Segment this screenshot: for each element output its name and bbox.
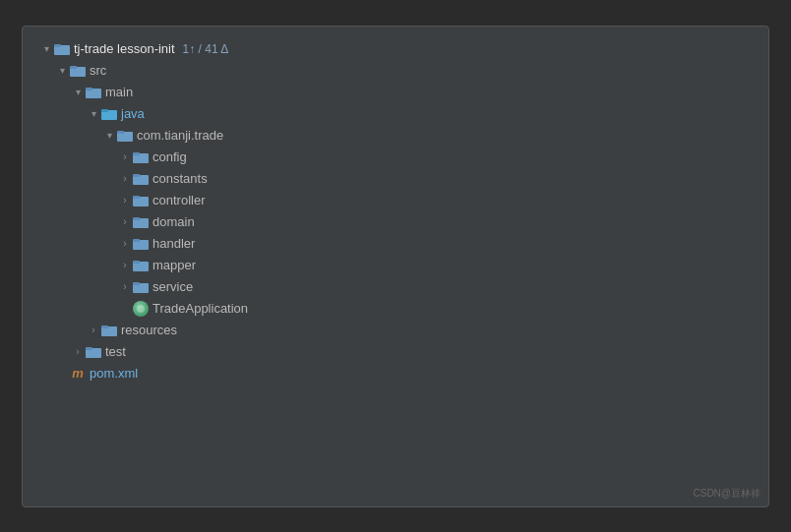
svg-rect-17 — [133, 217, 140, 220]
config-folder-icon — [133, 150, 149, 164]
root-label: tj-trade lesson-init — [74, 41, 175, 56]
root-folder-icon — [54, 42, 70, 56]
svg-rect-27 — [86, 347, 92, 350]
handler-chevron[interactable] — [117, 238, 133, 249]
handler-label: handler — [152, 236, 195, 251]
pom-icon: m — [70, 366, 86, 382]
test-folder-icon — [86, 345, 101, 359]
root-chevron[interactable] — [38, 43, 54, 54]
resources-chevron[interactable] — [86, 325, 101, 335]
resources-folder-icon — [101, 324, 117, 337]
tree-item-service[interactable]: service — [23, 276, 768, 298]
svg-rect-21 — [133, 261, 140, 264]
watermark: CSDN@豆林祥 — [694, 487, 761, 501]
tree-item-java[interactable]: java — [23, 103, 768, 125]
constants-label: constants — [152, 171, 208, 186]
mapper-label: mapper — [152, 258, 196, 272]
java-label: java — [121, 106, 145, 121]
tree-root[interactable]: tj-trade lesson-init 1↑ / 41 Δ — [23, 38, 768, 60]
tree-item-trade-application[interactable]: TradeApplication — [23, 298, 768, 320]
domain-label: domain — [152, 214, 195, 229]
svg-rect-5 — [86, 88, 92, 90]
tree-item-constants[interactable]: constants — [23, 168, 768, 190]
tree-item-test[interactable]: test — [23, 341, 768, 363]
config-chevron[interactable] — [117, 151, 133, 162]
domain-folder-icon — [133, 215, 149, 229]
tree-item-com-tianji-trade[interactable]: com.tianji.trade — [23, 125, 768, 147]
trade-app-icon — [133, 301, 149, 317]
test-chevron[interactable] — [70, 346, 86, 357]
service-label: service — [152, 279, 193, 294]
pom-label: pom.xml — [90, 366, 138, 381]
tree-item-mapper[interactable]: mapper — [23, 255, 768, 276]
tree-item-resources[interactable]: resources — [23, 320, 768, 341]
src-label: src — [90, 63, 106, 78]
com-tianji-folder-icon — [117, 129, 133, 143]
controller-folder-icon — [133, 194, 149, 207]
main-label: main — [105, 85, 133, 99]
svg-rect-15 — [133, 196, 140, 199]
root-badge: 1↑ / 41 Δ — [183, 42, 229, 56]
svg-rect-25 — [101, 325, 108, 328]
tree-item-src[interactable]: src — [23, 60, 768, 82]
mapper-chevron[interactable] — [117, 260, 133, 270]
tree-item-controller[interactable]: controller — [23, 190, 768, 211]
com-tianji-label: com.tianji.trade — [137, 128, 223, 143]
constants-folder-icon — [133, 172, 149, 186]
config-label: config — [152, 149, 187, 164]
service-folder-icon — [133, 280, 149, 294]
java-chevron[interactable] — [86, 108, 101, 119]
com-tianji-chevron[interactable] — [101, 130, 117, 141]
tree-item-pom-xml[interactable]: m pom.xml — [23, 363, 768, 384]
src-chevron[interactable] — [54, 65, 70, 76]
svg-rect-23 — [133, 282, 140, 285]
trade-app-label: TradeApplication — [152, 301, 248, 316]
svg-rect-9 — [117, 131, 124, 134]
resources-label: resources — [121, 323, 177, 337]
test-label: test — [105, 344, 126, 359]
controller-chevron[interactable] — [117, 195, 133, 206]
src-folder-icon — [70, 64, 86, 78]
main-folder-icon — [86, 86, 101, 99]
tree-item-domain[interactable]: domain — [23, 211, 768, 233]
controller-label: controller — [152, 193, 205, 207]
service-chevron[interactable] — [117, 281, 133, 292]
svg-rect-1 — [54, 44, 61, 47]
svg-rect-7 — [101, 109, 108, 112]
mapper-folder-icon — [133, 259, 149, 272]
file-tree-panel: tj-trade lesson-init 1↑ / 41 Δ src main — [22, 26, 769, 507]
svg-rect-13 — [133, 174, 140, 177]
svg-rect-19 — [133, 239, 140, 242]
java-folder-icon — [101, 107, 117, 121]
constants-chevron[interactable] — [117, 173, 133, 184]
main-chevron[interactable] — [70, 87, 86, 97]
handler-folder-icon — [133, 237, 149, 251]
tree-item-main[interactable]: main — [23, 82, 768, 103]
file-tree: tj-trade lesson-init 1↑ / 41 Δ src main — [23, 34, 768, 388]
svg-rect-11 — [133, 152, 140, 155]
tree-item-config[interactable]: config — [23, 147, 768, 168]
tree-item-handler[interactable]: handler — [23, 233, 768, 255]
domain-chevron[interactable] — [117, 216, 133, 227]
svg-rect-3 — [70, 66, 77, 69]
